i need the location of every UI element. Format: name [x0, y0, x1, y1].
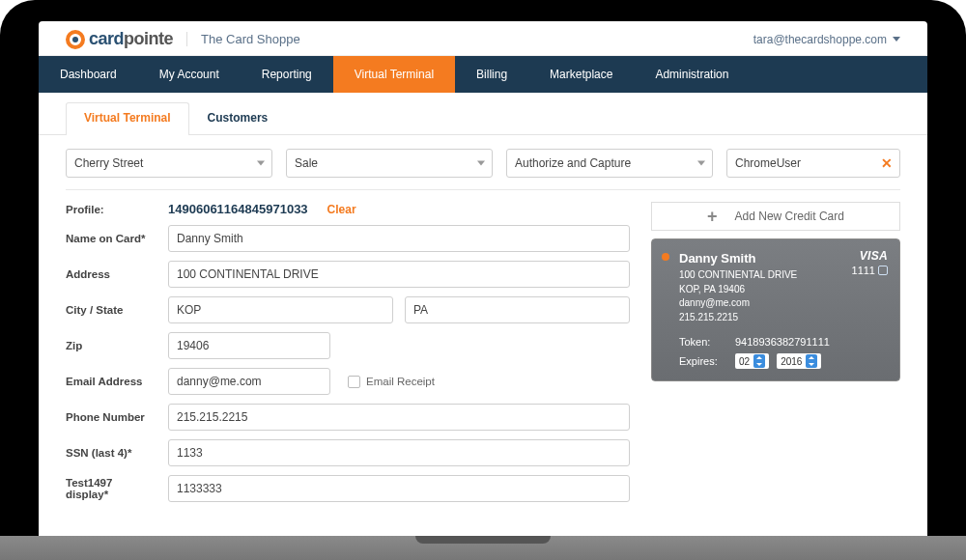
clear-profile-link[interactable]: Clear [327, 203, 356, 216]
action-select[interactable]: Authorize and Capture [506, 149, 713, 178]
card-address2: KOP, PA 19406 [679, 283, 886, 297]
copy-icon[interactable] [878, 266, 888, 275]
chevron-down-icon [257, 161, 265, 166]
customer-input-wrap: ✕ [726, 149, 900, 178]
tab-customers[interactable]: Customers [189, 102, 287, 134]
token-label: Token: [679, 336, 727, 348]
zip-input[interactable] [168, 332, 330, 359]
user-menu[interactable]: tara@thecardshoppe.com [753, 33, 900, 46]
profile-label: Profile: [66, 204, 156, 215]
nav-billing[interactable]: Billing [455, 56, 528, 93]
add-new-card-button[interactable]: + Add New Credit Card [651, 202, 900, 231]
logo-mark-icon [66, 30, 85, 49]
exp-month-select[interactable]: 02 [735, 353, 769, 369]
name-label: Name on Card* [66, 233, 156, 244]
city-input[interactable] [168, 296, 393, 323]
token-value: 9418936382791111 [735, 336, 830, 348]
email-label: Email Address [66, 376, 156, 387]
header-bar: cardpointe The Card Shoppe tara@thecards… [39, 21, 927, 56]
nav-reporting[interactable]: Reporting [241, 56, 333, 93]
expires-label: Expires: [679, 355, 727, 367]
nav-marketplace[interactable]: Marketplace [528, 56, 634, 93]
credit-card-display[interactable]: VISA 1111 Danny Smith 100 CONTINENTAL DR… [651, 238, 900, 381]
test1497-input[interactable] [168, 475, 630, 502]
address-label: Address [66, 268, 156, 280]
profile-value: 14906061164845971033 [168, 202, 308, 216]
citystate-label: City / State [66, 304, 156, 316]
selected-dot-icon [662, 253, 669, 261]
location-select[interactable]: Cherry Street [66, 149, 272, 178]
card-brand-block: VISA 1111 [852, 249, 888, 276]
email-receipt-checkbox[interactable]: Email Receipt [348, 376, 435, 388]
card-last4: 1111 [852, 265, 875, 276]
customer-input[interactable] [726, 149, 900, 178]
location-value: Cherry Street [66, 149, 272, 178]
card-phone: 215.215.2215 [679, 311, 886, 325]
name-on-card-input[interactable] [168, 225, 630, 252]
stepper-icon [806, 354, 817, 368]
email-receipt-label: Email Receipt [366, 376, 435, 387]
email-input[interactable] [168, 368, 330, 395]
transaction-type-value: Sale [286, 149, 493, 178]
subtabs: Virtual Terminal Customers [39, 93, 927, 135]
logo-text: cardpointe [89, 29, 173, 49]
visa-logo-icon: VISA [852, 249, 888, 263]
add-card-label: Add New Credit Card [735, 210, 844, 223]
nav-dashboard[interactable]: Dashboard [39, 56, 138, 93]
nav-virtual-terminal[interactable]: Virtual Terminal [333, 56, 455, 93]
user-email: tara@thecardshoppe.com [753, 33, 887, 46]
primary-nav: Dashboard My Account Reporting Virtual T… [39, 56, 927, 93]
chevron-down-icon [697, 161, 705, 166]
nav-my-account[interactable]: My Account [138, 56, 241, 93]
nav-administration[interactable]: Administration [634, 56, 750, 93]
chevron-down-icon [893, 37, 900, 42]
card-email: danny@me.com [679, 296, 886, 311]
ssn-label: SSN (last 4)* [66, 447, 156, 459]
logo: cardpointe [66, 29, 173, 49]
checkbox-icon [348, 376, 360, 388]
zip-label: Zip [66, 340, 156, 351]
exp-year-select[interactable]: 2016 [777, 353, 821, 369]
phone-label: Phone Number [66, 411, 156, 423]
action-value: Authorize and Capture [506, 149, 713, 178]
clear-customer-icon[interactable]: ✕ [881, 155, 893, 171]
brand-subtitle: The Card Shoppe [186, 32, 300, 46]
state-input[interactable] [405, 296, 630, 323]
tab-virtual-terminal[interactable]: Virtual Terminal [66, 102, 189, 135]
ssn-input[interactable] [168, 439, 630, 466]
transaction-type-select[interactable]: Sale [286, 149, 493, 178]
filter-row: Cherry Street Sale Authorize and Capture… [66, 149, 900, 190]
chevron-down-icon [477, 161, 485, 166]
phone-input[interactable] [168, 404, 630, 431]
stepper-icon [753, 354, 765, 368]
test1497-label: Test1497 display* [66, 477, 156, 500]
plus-icon: + [707, 208, 718, 225]
address-input[interactable] [168, 261, 630, 288]
